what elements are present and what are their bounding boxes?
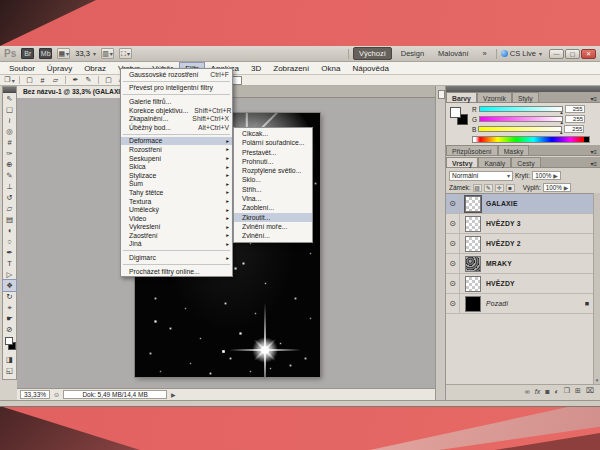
lasso-tool[interactable]: ≀ (3, 115, 16, 126)
menu-napoveda[interactable]: Nápověda (346, 62, 394, 75)
lock-paint-icon[interactable]: ✎ (484, 184, 493, 192)
menu-3d[interactable]: 3D (245, 62, 267, 75)
panel-menu-icon[interactable]: ▾≡ (587, 148, 600, 155)
rectangular-marquee-tool[interactable]: ▢ (3, 104, 16, 115)
layer-row-hvezdy-3[interactable]: ⊙ HVĚZDY 3 (446, 214, 593, 234)
screen-mode-button[interactable]: ⛶▾ (119, 48, 132, 59)
submenu-item-cikcak[interactable]: Cikcak... (234, 129, 312, 138)
pen-tool[interactable]: ✒ (3, 247, 16, 258)
hand-tool[interactable]: ☛ (3, 313, 16, 324)
minimize-button[interactable]: — (549, 49, 564, 59)
menu-upravy[interactable]: Úpravy (41, 62, 78, 75)
menu-item-sum[interactable]: Šum▸ (121, 180, 232, 189)
adjustment-layer-icon[interactable]: ◐ (555, 388, 559, 395)
blur-tool[interactable]: ◖ (3, 225, 16, 236)
lock-all-icon[interactable]: ■ (506, 184, 515, 192)
layer-row-hvezdy-2[interactable]: ⊙ HVĚZDY 2 (446, 234, 593, 254)
submenu-item-zvlneni-more[interactable]: Zvlnění moře... (234, 222, 312, 231)
link-layers-icon[interactable]: ∞ (525, 388, 530, 395)
layer-row-pozadi[interactable]: ⊙ Pozadí ■ (446, 294, 593, 314)
close-button[interactable]: ✕ (581, 49, 596, 59)
submenu-item-zaobleni[interactable]: Zaoblení... (234, 203, 312, 212)
gradient-tool[interactable]: ▤ (3, 214, 16, 225)
color-swatches[interactable] (3, 336, 16, 354)
submenu-item-zvlneni[interactable]: Zvlnění... (234, 231, 312, 240)
paths-mode-button[interactable]: # (37, 76, 48, 85)
foreground-color-swatch[interactable] (450, 107, 461, 118)
layer-thumbnail[interactable] (465, 216, 481, 232)
menu-item-textura[interactable]: Textura▸ (121, 197, 232, 206)
tab-prizpusobeni[interactable]: Přizpůsobení (446, 145, 498, 155)
mini-bridge-button[interactable]: Mb (39, 48, 52, 59)
red-slider[interactable]: ▲ (479, 106, 563, 112)
visibility-toggle[interactable]: ⊙ (446, 194, 460, 214)
menu-item-video[interactable]: Video▸ (121, 214, 232, 223)
menu-item-prochazet-filtry-online[interactable]: Procházet filtry online... (121, 267, 232, 276)
layer-name[interactable]: MRAKY (486, 260, 512, 267)
menu-item-vykresleni[interactable]: Vykreslení▸ (121, 223, 232, 232)
scroll-down-icon[interactable]: ▾ (594, 377, 600, 383)
layer-row-galaxie[interactable]: ⊙ GALAXIE (446, 194, 593, 214)
menu-item-tahy-stetce[interactable]: Tahy štětce▸ (121, 188, 232, 197)
menu-item-seskupeni[interactable]: Seskupení▸ (121, 154, 232, 163)
visibility-toggle[interactable]: ⊙ (446, 254, 460, 274)
panel-menu-icon[interactable]: ▾≡ (587, 160, 600, 167)
opacity-field[interactable]: 100%▶ (532, 171, 561, 180)
history-brush-tool[interactable]: ↺ (3, 192, 16, 203)
lock-transparency-icon[interactable]: ▨ (473, 184, 482, 192)
foreground-color-swatch[interactable] (5, 337, 13, 345)
menu-item-digimarc[interactable]: Digimarc▸ (121, 253, 232, 262)
menu-zobrazeni[interactable]: Zobrazení (267, 62, 315, 75)
menu-item-prevest-pro-inteligentni-filtry[interactable]: Převést pro inteligentní filtry (121, 84, 232, 93)
tab-cesty[interactable]: Cesty (511, 157, 540, 167)
tab-masky[interactable]: Masky (498, 145, 530, 155)
document-size-indicator[interactable]: Dok: 5,49 MB/14,4 MB (63, 390, 167, 399)
panel-color-swatches[interactable] (450, 107, 470, 127)
submenu-item-polarni-souradnice[interactable]: Polární souřadnice... (234, 138, 312, 147)
layer-name[interactable]: HVĚZDY 2 (486, 240, 521, 247)
color-spectrum-ramp[interactable] (472, 136, 590, 143)
menu-item-rozostreni[interactable]: Rozostření▸ (121, 145, 232, 154)
layer-row-hvezdy[interactable]: ⊙ HVĚZDY (446, 274, 593, 294)
cs-live-button[interactable]: CS Live▾ (501, 49, 542, 58)
layer-name[interactable]: HVĚZDY (486, 280, 515, 287)
layer-name[interactable]: GALAXIE (486, 200, 518, 207)
3d-orbit-tool[interactable]: ⌖ (3, 302, 16, 313)
tab-styly[interactable]: Styly (512, 92, 539, 102)
layers-scrollbar[interactable]: ▾ (593, 193, 600, 384)
view-extras-button[interactable]: ▦▾ (57, 48, 70, 59)
workspace-malovani-button[interactable]: Malování (433, 48, 473, 59)
menu-item-skica[interactable]: Skica▸ (121, 162, 232, 171)
zoom-percentage-field[interactable]: 33,33% (20, 390, 50, 399)
add-layer-mask-icon[interactable]: ◙ (545, 388, 549, 395)
submenu-item-zkroutit[interactable]: Zkroutit... (234, 213, 312, 222)
eraser-tool[interactable]: ▱ (3, 203, 16, 214)
quick-mask-button[interactable]: ◨ (3, 354, 16, 365)
panel-menu-icon[interactable]: ▾≡ (587, 95, 600, 102)
tool-preset-picker[interactable]: ❒▾ (4, 76, 15, 85)
visibility-toggle[interactable]: ⊙ (446, 214, 460, 234)
menu-obraz[interactable]: Obraz (78, 62, 112, 75)
tab-vrstvy[interactable]: Vrstvy (446, 157, 478, 167)
submenu-item-prestavet[interactable]: Přestavět... (234, 148, 312, 157)
workspace-vychozi-button[interactable]: Výchozí (353, 47, 392, 60)
freeform-pen-button[interactable]: ✎ (83, 76, 94, 85)
bridge-button[interactable]: Br (21, 48, 34, 59)
submenu-item-rozptylene-svetlo[interactable]: Rozptýlené světlo... (234, 166, 312, 175)
screen-mode-toggle[interactable]: ◱ (3, 365, 16, 376)
fill-pixels-mode-button[interactable]: ▱ (50, 76, 61, 85)
visibility-toggle[interactable]: ⊙ (446, 234, 460, 254)
tab-barvy[interactable]: Barvy (446, 92, 477, 102)
new-layer-icon[interactable]: ⊞ (575, 387, 581, 395)
blend-mode-dropdown[interactable]: Normální▾ (449, 171, 513, 181)
zoom-tool[interactable]: ⊘ (3, 324, 16, 335)
arrange-documents-button[interactable]: ▥▾ (101, 48, 114, 59)
healing-brush-tool[interactable]: ⊕ (3, 159, 16, 170)
submenu-item-strih[interactable]: Střih... (234, 185, 312, 194)
3d-rotate-tool[interactable]: ↻ (3, 291, 16, 302)
pen-tool-button[interactable]: ✒ (70, 76, 81, 85)
fill-field[interactable]: 100%▶ (543, 183, 572, 192)
layer-thumbnail[interactable] (465, 256, 481, 272)
new-group-icon[interactable]: ❒ (564, 387, 570, 395)
menu-item-zkapalneni[interactable]: Zkapalnění...Shift+Ctrl+X (121, 114, 232, 123)
